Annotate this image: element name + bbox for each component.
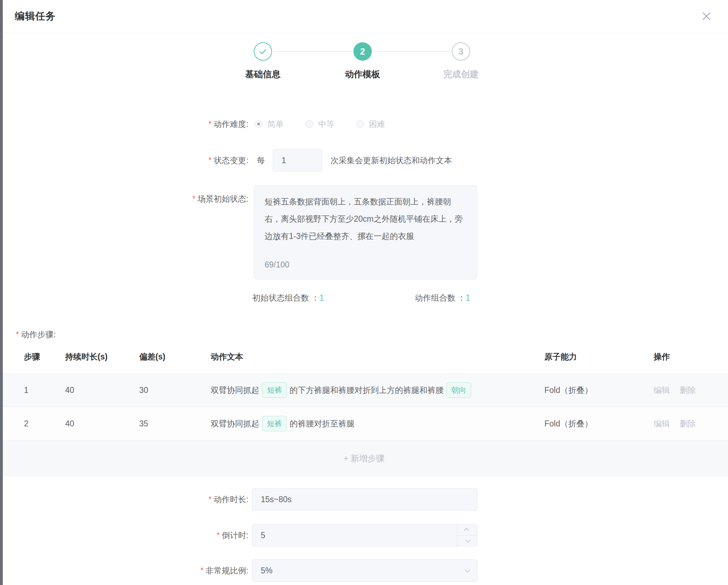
required-asterisk: * — [16, 330, 19, 339]
radio-icon — [356, 120, 364, 128]
close-button[interactable] — [701, 10, 712, 22]
delete-link[interactable]: 删除 — [680, 386, 696, 395]
radio-dot — [257, 123, 260, 125]
step-connector-2 — [372, 51, 451, 52]
state-change-prefix: 每 — [257, 155, 265, 166]
countdown-input[interactable]: 5 — [252, 524, 477, 547]
cell-deviation: 35 — [139, 419, 211, 429]
duration-input[interactable]: 15s~80s — [252, 488, 477, 511]
step-3-circle[interactable]: 3 — [452, 42, 470, 61]
radio-label: 简单 — [267, 119, 284, 130]
col-header-deviation: 偏差(s) — [139, 351, 211, 362]
step-2-circle[interactable]: 2 — [353, 42, 372, 61]
step-1-circle[interactable] — [254, 42, 272, 61]
col-header-operations: 操作 — [654, 351, 728, 362]
countdown-row: *倒计时: 5 — [0, 524, 728, 547]
table-header-row: 步骤 持续时长(s) 偏差(s) 动作文本 原子能力 操作 — [0, 340, 728, 373]
initial-state-text: 短裤五条数据背面朝上，五条数据正面朝上，裤腰朝右，离头部视野下方至少20cm之外… — [265, 197, 463, 241]
duration-label: *动作时长: — [0, 494, 248, 505]
action-text-segment: 双臂协同抓起 — [211, 383, 259, 397]
add-step-button[interactable]: + 新增步骤 — [0, 440, 728, 476]
action-text-segment: 的裤腰对折至裤腿 — [290, 417, 354, 431]
initial-state-row: *场景初始状态: 短裤五条数据背面朝上，五条数据正面朝上，裤腰朝右，离头部视野下… — [0, 185, 728, 279]
step-connector-1 — [274, 51, 353, 52]
countdown-label: *倒计时: — [0, 530, 248, 541]
required-asterisk: * — [217, 531, 220, 540]
chevron-down-icon — [465, 537, 471, 543]
col-header-action-text: 动作文本 — [211, 351, 544, 362]
chevron-up-icon — [464, 528, 469, 534]
radio-option-中等[interactable]: 中等 — [306, 119, 334, 130]
step-2-label: 动作模板 — [324, 68, 401, 80]
required-asterisk: * — [200, 566, 204, 575]
action-text-segment: 双臂协同抓起 — [211, 417, 259, 431]
edit-link[interactable]: 编辑 — [654, 386, 670, 395]
cell-action-text: 双臂协同抓起短裤的裤腰对折至裤腿 — [211, 416, 544, 431]
state-change-row: *状态变更: 每 1 次采集会更新初始状态和动作文本 — [0, 149, 728, 172]
initial-combo-count: 初始状态组合数 ：1 — [252, 292, 324, 303]
state-change-label: *状态变更: — [0, 155, 248, 166]
stepper: 2 3 基础信息 动作模板 完成创建 — [0, 42, 728, 92]
difficulty-radio-group: 简单中等困难 — [255, 119, 407, 130]
cell-action-text: 双臂协同抓起短裤的下方裤腿和裤腰对折到上方的裤腿和裤腰朝向 — [211, 382, 544, 398]
cell-deviation: 30 — [139, 386, 211, 395]
cell-step: 1 — [19, 386, 65, 395]
action-combo-count: 动作组合数 ：1 — [415, 292, 470, 303]
col-header-duration: 持续时长(s) — [65, 351, 139, 362]
required-asterisk: * — [192, 194, 196, 203]
chevron-down-icon — [465, 567, 470, 573]
initial-state-label: *场景初始状态: — [0, 185, 248, 204]
tag-短裤: 短裤 — [262, 382, 287, 398]
required-asterisk: * — [209, 119, 212, 129]
radio-selected-icon — [255, 120, 263, 128]
unusual-ratio-select[interactable]: 5% — [252, 559, 477, 582]
radio-option-困难[interactable]: 困难 — [356, 119, 385, 130]
edit-link[interactable]: 编辑 — [654, 419, 670, 428]
duration-row: *动作时长: 15s~80s — [0, 488, 728, 511]
step-2-number: 2 — [360, 46, 365, 57]
close-icon — [701, 11, 712, 21]
number-stepper — [457, 524, 477, 546]
radio-icon — [306, 120, 313, 128]
radio-label: 中等 — [318, 119, 334, 130]
action-steps-label: *动作步骤: — [0, 328, 728, 340]
initial-state-textarea[interactable]: 短裤五条数据背面朝上，五条数据正面朝上，裤腰朝右，离头部视野下方至少20cm之外… — [254, 185, 477, 279]
countdown-value: 5 — [261, 531, 265, 540]
increment-button[interactable] — [457, 524, 477, 536]
action-combo-value: 1 — [466, 293, 470, 302]
dialog-header: 编辑任务 — [0, 0, 728, 32]
required-asterisk: * — [209, 156, 212, 165]
radio-option-简单[interactable]: 简单 — [255, 119, 284, 130]
action-steps-table: 步骤 持续时长(s) 偏差(s) 动作文本 原子能力 操作 14030双臂协同抓… — [0, 340, 728, 476]
backdrop-edge — [0, 0, 3, 585]
cell-ability: Fold（折叠） — [544, 385, 654, 396]
step-3-label: 完成创建 — [422, 68, 500, 80]
col-header-ability: 原子能力 — [544, 351, 654, 362]
action-text-segment: 的下方裤腿和裤腰对折到上方的裤腿和裤腰 — [290, 383, 444, 397]
cell-step: 2 — [19, 419, 65, 429]
decrement-button[interactable] — [457, 536, 477, 547]
unusual-ratio-label: *非常规比例: — [0, 565, 248, 576]
delete-link[interactable]: 删除 — [680, 419, 696, 428]
cell-operations: 编辑删除 — [654, 418, 728, 429]
step-3-number: 3 — [458, 46, 463, 57]
table-row: 24035双臂协同抓起短裤的裤腰对折至裤腿Fold（折叠）编辑删除 — [0, 407, 728, 440]
unusual-ratio-value: 5% — [261, 566, 272, 575]
col-header-step: 步骤 — [19, 351, 65, 362]
cell-ability: Fold（折叠） — [544, 418, 654, 429]
step-1-label: 基础信息 — [224, 68, 302, 80]
radio-label: 困难 — [369, 119, 385, 130]
char-counter: 69/100 — [265, 256, 289, 273]
cell-duration: 40 — [65, 419, 139, 429]
dialog-title: 编辑任务 — [15, 10, 56, 23]
state-change-suffix: 次采集会更新初始状态和动作文本 — [331, 155, 452, 166]
required-asterisk: * — [209, 495, 212, 504]
tag-短裤: 短裤 — [262, 416, 287, 431]
table-row: 14030双臂协同抓起短裤的下方裤腿和裤腰对折到上方的裤腿和裤腰朝向Fold（折… — [0, 373, 728, 407]
difficulty-label: *动作难度: — [0, 119, 248, 130]
initial-combo-value: 1 — [319, 293, 324, 302]
difficulty-row: *动作难度: 简单中等困难 — [0, 115, 728, 133]
cell-duration: 40 — [65, 386, 139, 395]
state-change-input[interactable]: 1 — [273, 149, 322, 172]
check-icon — [258, 47, 267, 56]
